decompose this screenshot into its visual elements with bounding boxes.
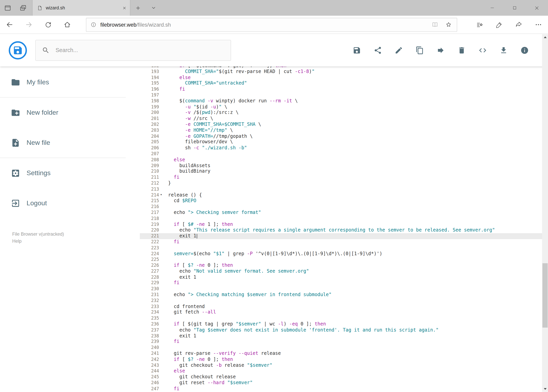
reading-view-icon[interactable] bbox=[432, 21, 438, 28]
code-line-202[interactable]: 202 -e COMMIT_SHA=$COMMIT_SHA \ bbox=[140, 122, 548, 128]
sidebar-item-new-folder[interactable]: New folder bbox=[0, 98, 140, 128]
new-tab-button[interactable] bbox=[130, 0, 146, 16]
code-line-206[interactable]: 206 sh -c "./wizard.sh -b" bbox=[140, 145, 548, 151]
code-line-238[interactable]: 238 exit 1 bbox=[140, 333, 548, 339]
code-line-244[interactable]: 244 else bbox=[140, 368, 548, 374]
code-line-197[interactable]: 197 bbox=[140, 92, 548, 98]
code-line-223[interactable]: 223 bbox=[140, 245, 548, 251]
scrollbar-thumb[interactable] bbox=[542, 263, 548, 328]
vertical-scrollbar[interactable] bbox=[542, 34, 548, 392]
info-button[interactable] bbox=[516, 42, 533, 58]
code-line-247[interactable]: 247 fi bbox=[140, 386, 548, 392]
code-line-203[interactable]: 203 -e HOME="//tmp" \ bbox=[140, 128, 548, 133]
share-button-browser[interactable] bbox=[509, 15, 528, 34]
sidebar-item-logout[interactable]: Logout bbox=[0, 188, 140, 218]
code-editor[interactable]: 192 if [ "$(command -v git)" != "" ]; th… bbox=[140, 66, 548, 392]
delete-button[interactable] bbox=[453, 42, 470, 58]
code-line-222[interactable]: 222 fi bbox=[140, 239, 548, 245]
code-line-227[interactable]: 227 echo "Not valid semver format. See s… bbox=[140, 268, 548, 274]
code-view-button[interactable] bbox=[474, 42, 491, 58]
code-line-218[interactable]: 218 bbox=[140, 216, 548, 222]
code-line-192[interactable]: 192 if [ "$(command -v git)" != "" ]; th… bbox=[140, 66, 548, 69]
help-link[interactable]: Help bbox=[12, 238, 64, 245]
code-line-201[interactable]: 201 -w //src \ bbox=[140, 116, 548, 122]
code-line-220[interactable]: 220 echo "This release script requires a… bbox=[140, 227, 548, 233]
code-line-210[interactable]: 210 buildBinary bbox=[140, 169, 548, 175]
sidebar-item-my-files[interactable]: My files bbox=[0, 67, 140, 97]
code-line-219[interactable]: 219 if [ $# -ne 1 ]; then bbox=[140, 222, 548, 227]
code-line-221[interactable]: 221 exit 1 bbox=[140, 233, 548, 239]
code-line-193[interactable]: 193 COMMIT_SHA="$(git rev-parse HEAD | c… bbox=[140, 69, 548, 75]
code-line-236[interactable]: 236 if [ $(git tag | grep "$semver" | wc… bbox=[140, 321, 548, 327]
home-button[interactable] bbox=[58, 15, 77, 34]
close-window-button[interactable] bbox=[526, 0, 548, 16]
code-line-200[interactable]: 200 -v /$(pwd):/src:z \ bbox=[140, 110, 548, 116]
search-input[interactable] bbox=[55, 47, 224, 53]
tabs-set-aside-button[interactable] bbox=[15, 0, 31, 16]
code-line-240[interactable]: 240 bbox=[140, 345, 548, 351]
code-line-234[interactable]: 234 git fetch --all bbox=[140, 310, 548, 315]
forward-button[interactable] bbox=[19, 15, 38, 34]
code-line-199[interactable]: 199 -u "$(id -u)" \ bbox=[140, 104, 548, 110]
search-bar[interactable] bbox=[35, 40, 231, 61]
code-line-231[interactable]: 231 echo "> Checking matching $semver in… bbox=[140, 292, 548, 298]
code-line-232[interactable]: 232 bbox=[140, 298, 548, 304]
code-line-207[interactable]: 207 bbox=[140, 151, 548, 157]
fold-arrow-icon[interactable]: ▾ bbox=[160, 192, 162, 198]
download-button[interactable] bbox=[495, 42, 512, 58]
sidebar-item-settings[interactable]: Settings bbox=[0, 158, 140, 188]
code-line-224[interactable]: 224 semver=$(echo "$1" | grep -P '^v(0|[… bbox=[140, 251, 548, 257]
code-line-235[interactable]: 235 bbox=[140, 315, 548, 321]
code-line-230[interactable]: 230 bbox=[140, 286, 548, 292]
code-line-243[interactable]: 243 git checkout -b release "$semver" bbox=[140, 363, 548, 368]
filebrowser-logo[interactable] bbox=[9, 41, 27, 59]
code-line-228[interactable]: 228 exit 1 bbox=[140, 274, 548, 280]
code-line-245[interactable]: 245 git checkout release bbox=[140, 374, 548, 380]
code-line-204[interactable]: 204 -e GOPATH=//tmp/gopath \ bbox=[140, 133, 548, 139]
code-line-214[interactable]: 214▾release () { bbox=[140, 192, 548, 198]
save-button[interactable] bbox=[348, 42, 365, 58]
browser-tab-active[interactable]: wizard.sh bbox=[32, 0, 130, 16]
copy-button[interactable] bbox=[411, 42, 428, 58]
edit-button[interactable] bbox=[390, 42, 407, 58]
address-bar[interactable]: filebrowser.web/files/wizard.sh bbox=[86, 18, 457, 32]
tab-close-icon[interactable] bbox=[122, 6, 126, 10]
code-line-216[interactable]: 216 bbox=[140, 204, 548, 210]
code-line-242[interactable]: 242 if [ $? -ne 0 ]; then bbox=[140, 357, 548, 363]
code-line-229[interactable]: 229 fi bbox=[140, 280, 548, 286]
code-line-195[interactable]: 195 COMMIT_SHA="untracked" bbox=[140, 81, 548, 86]
site-info-icon[interactable] bbox=[90, 22, 97, 28]
favorite-star-icon[interactable] bbox=[445, 21, 452, 28]
code-line-246[interactable]: 246 git reset --hard "$semver" bbox=[140, 380, 548, 386]
code-line-194[interactable]: 194 else bbox=[140, 75, 548, 81]
code-line-233[interactable]: 233 cd frontend bbox=[140, 304, 548, 310]
code-line-239[interactable]: 239 fi bbox=[140, 339, 548, 345]
refresh-button[interactable] bbox=[39, 15, 58, 34]
settings-more-button[interactable] bbox=[528, 15, 548, 34]
minimize-button[interactable] bbox=[481, 0, 503, 16]
code-line-226[interactable]: 226 if [ $? -ne 0 ]; then bbox=[140, 263, 548, 268]
code-line-209[interactable]: 209 buildAssets bbox=[140, 163, 548, 169]
maximize-button[interactable] bbox=[503, 0, 526, 16]
code-line-208[interactable]: 208 else bbox=[140, 157, 548, 163]
hub-button[interactable] bbox=[470, 15, 489, 34]
tab-list-chevron-button[interactable] bbox=[146, 0, 161, 16]
back-button[interactable] bbox=[0, 15, 19, 34]
code-line-213[interactable]: 213 bbox=[140, 186, 548, 192]
code-line-212[interactable]: 212} bbox=[140, 181, 548, 186]
code-line-225[interactable]: 225 bbox=[140, 257, 548, 263]
code-line-241[interactable]: 241 git rev-parse --verify --quiet relea… bbox=[140, 351, 548, 357]
code-line-196[interactable]: 196 fi bbox=[140, 86, 548, 92]
share-button[interactable] bbox=[369, 42, 386, 58]
move-button[interactable] bbox=[432, 42, 449, 58]
code-line-215[interactable]: 215 cd $REPO bbox=[140, 198, 548, 204]
code-line-198[interactable]: 198 $(command -v winpty) docker run --rm… bbox=[140, 98, 548, 104]
web-note-button[interactable] bbox=[489, 15, 509, 34]
code-line-205[interactable]: 205 filebrowser/dev \ bbox=[140, 139, 548, 145]
code-line-237[interactable]: 237 echo "Tag $semver does not exist in … bbox=[140, 327, 548, 333]
code-line-211[interactable]: 211 fi bbox=[140, 175, 548, 181]
scroll-up-button[interactable] bbox=[542, 34, 548, 40]
sidebar-item-new-file[interactable]: New file bbox=[0, 128, 140, 158]
set-tabs-aside-button[interactable] bbox=[0, 0, 15, 16]
code-line-217[interactable]: 217 echo "> Checking semver format" bbox=[140, 210, 548, 216]
